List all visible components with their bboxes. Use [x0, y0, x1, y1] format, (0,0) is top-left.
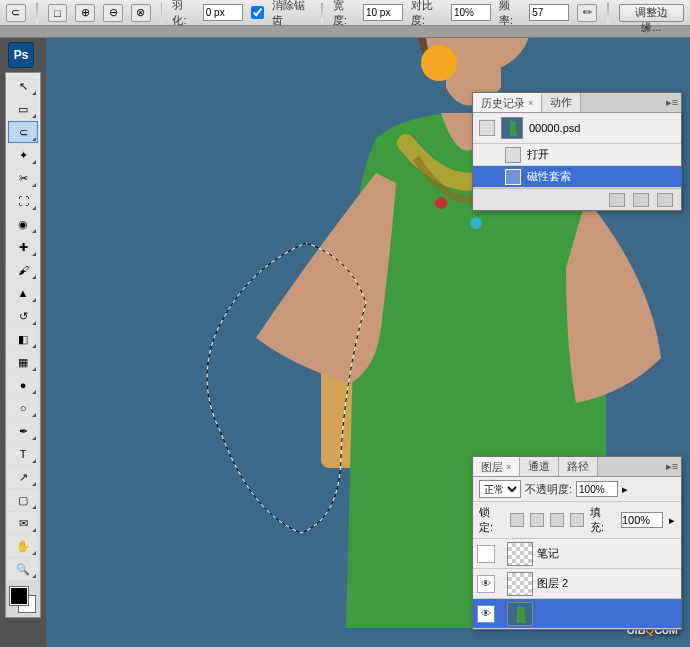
- history-snapshot[interactable]: 00000.psd: [473, 113, 681, 144]
- tool-marquee[interactable]: ▭: [8, 98, 38, 120]
- opacity-arrow-icon[interactable]: ▸: [622, 483, 628, 496]
- fill-label: 填充:: [590, 505, 615, 535]
- history-step-label: 打开: [527, 147, 549, 162]
- tool-stamp[interactable]: ▲: [8, 282, 38, 304]
- tool-crop[interactable]: ✂: [8, 167, 38, 189]
- tool-slice[interactable]: ⛶: [8, 190, 38, 212]
- ps-logo: Ps: [8, 42, 34, 68]
- layer-name: 笔记: [537, 546, 559, 561]
- feather-label: 羽化:: [172, 0, 194, 28]
- width-label: 宽度:: [333, 0, 355, 28]
- lock-trans-icon[interactable]: [510, 513, 524, 527]
- refine-edge-button[interactable]: 调整边缘...: [619, 4, 684, 22]
- color-swatches[interactable]: [8, 585, 38, 615]
- lock-label: 锁定:: [479, 505, 504, 535]
- blend-mode-select[interactable]: 正常: [479, 480, 521, 498]
- document-name: 00000.psd: [529, 122, 580, 134]
- lock-paint-icon[interactable]: [530, 513, 544, 527]
- layer-row[interactable]: 笔记: [473, 539, 681, 569]
- tab-paths[interactable]: 路径: [559, 457, 598, 476]
- history-footer: [473, 188, 681, 210]
- width-input[interactable]: [363, 4, 403, 21]
- fill-arrow-icon[interactable]: ▸: [669, 514, 675, 527]
- layer-thumb: [507, 572, 533, 596]
- visibility-icon[interactable]: 👁: [477, 605, 495, 623]
- tool-dodge[interactable]: ○: [8, 397, 38, 419]
- tab-history[interactable]: 历史记录×: [473, 93, 542, 112]
- contrast-input[interactable]: [451, 4, 491, 21]
- tool-history-brush[interactable]: ↺: [8, 305, 38, 327]
- history-step-icon: [505, 169, 521, 185]
- history-item[interactable]: 磁性套索: [473, 166, 681, 188]
- history-brush-icon: [479, 120, 495, 136]
- tab-channels[interactable]: 通道: [520, 457, 559, 476]
- tool-move[interactable]: ↖: [8, 75, 38, 97]
- panel-menu-icon[interactable]: ▸≡: [663, 457, 681, 476]
- document-bar: [0, 26, 690, 38]
- layer-row[interactable]: 👁图层 2: [473, 569, 681, 599]
- toolbox: ↖▭⊂✦✂⛶◉✚🖌▲↺◧▦●○✒T↗▢✉✋🔍: [5, 72, 41, 618]
- layer-name: 图层 2: [537, 576, 568, 591]
- tool-brush[interactable]: 🖌: [8, 259, 38, 281]
- tool-healing[interactable]: ✚: [8, 236, 38, 258]
- opacity-input[interactable]: [576, 481, 618, 497]
- tool-zoom[interactable]: 🔍: [8, 558, 38, 580]
- lock-move-icon[interactable]: [550, 513, 564, 527]
- pressure-icon[interactable]: ✏: [577, 4, 597, 22]
- antialias-label: 消除锯齿: [272, 0, 311, 28]
- new-selection-icon[interactable]: □: [48, 4, 68, 22]
- tab-layers[interactable]: 图层×: [473, 457, 520, 476]
- tool-path[interactable]: ↗: [8, 466, 38, 488]
- snapshot-thumb: [501, 117, 523, 139]
- contrast-label: 对比度:: [411, 0, 443, 28]
- tool-blur[interactable]: ●: [8, 374, 38, 396]
- options-bar: ⊂ □ ⊕ ⊖ ⊗ 羽化: 消除锯齿 宽度: 对比度: 频率: ✏ 调整边缘..…: [0, 0, 690, 26]
- tool-preset-icon[interactable]: ⊂: [6, 4, 26, 22]
- history-item[interactable]: 打开: [473, 144, 681, 166]
- fg-color[interactable]: [10, 587, 28, 605]
- frequency-label: 频率:: [499, 0, 521, 28]
- visibility-icon[interactable]: 👁: [477, 575, 495, 593]
- sub-selection-icon[interactable]: ⊖: [103, 4, 123, 22]
- layer-thumb: [507, 542, 533, 566]
- tool-hand[interactable]: ✋: [8, 535, 38, 557]
- intersect-selection-icon[interactable]: ⊗: [131, 4, 151, 22]
- layer-thumb: [507, 602, 533, 626]
- antialias-checkbox[interactable]: [251, 6, 264, 19]
- svg-point-4: [435, 197, 447, 209]
- tab-actions[interactable]: 动作: [542, 93, 581, 112]
- delete-icon[interactable]: [657, 193, 673, 207]
- frequency-input[interactable]: [529, 4, 569, 21]
- feather-input[interactable]: [203, 4, 243, 21]
- fill-input[interactable]: [621, 512, 663, 528]
- layer-row[interactable]: 👁: [473, 599, 681, 629]
- add-selection-icon[interactable]: ⊕: [75, 4, 95, 22]
- tool-magic-wand[interactable]: ✦: [8, 144, 38, 166]
- lock-all-icon[interactable]: [570, 513, 584, 527]
- history-step-label: 磁性套索: [527, 169, 571, 184]
- visibility-icon[interactable]: [477, 545, 495, 563]
- svg-point-5: [470, 217, 482, 229]
- panel-menu-icon[interactable]: ▸≡: [663, 93, 681, 112]
- tool-shape[interactable]: ▢: [8, 489, 38, 511]
- history-panel: 历史记录× 动作 ▸≡ 00000.psd 打开磁性套索: [472, 92, 682, 211]
- tool-eyedrop[interactable]: ◉: [8, 213, 38, 235]
- svg-point-3: [421, 45, 457, 81]
- layers-panel: 图层× 通道 路径 ▸≡ 正常 不透明度: ▸ 锁定: 填充: ▸ 笔记👁图层 …: [472, 456, 682, 630]
- tool-eraser[interactable]: ◧: [8, 328, 38, 350]
- tool-text[interactable]: T: [8, 443, 38, 465]
- opacity-label: 不透明度:: [525, 482, 572, 497]
- tool-pen[interactable]: ✒: [8, 420, 38, 442]
- history-step-icon: [505, 147, 521, 163]
- tool-gradient[interactable]: ▦: [8, 351, 38, 373]
- new-snapshot-icon[interactable]: [609, 193, 625, 207]
- tool-lasso[interactable]: ⊂: [8, 121, 38, 143]
- new-doc-icon[interactable]: [633, 193, 649, 207]
- tool-notes[interactable]: ✉: [8, 512, 38, 534]
